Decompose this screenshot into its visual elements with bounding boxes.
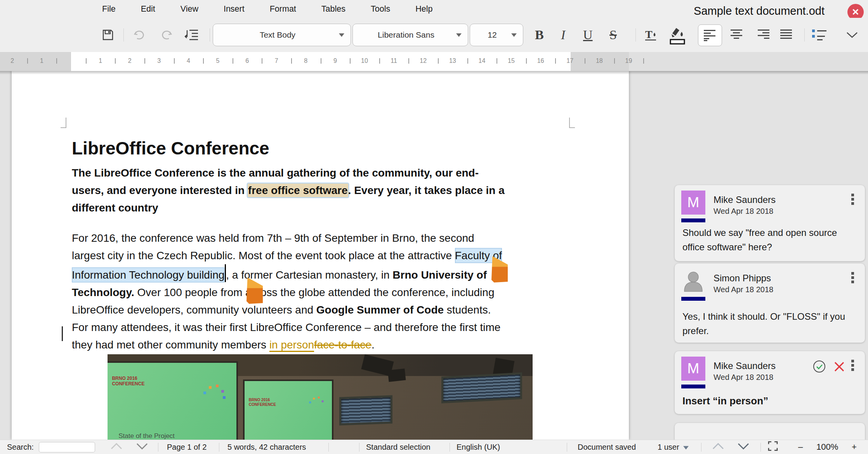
menu-insert[interactable]: Insert — [224, 4, 245, 14]
highlight-color-button[interactable] — [668, 25, 686, 45]
menu-tables[interactable]: Tables — [321, 4, 345, 14]
comment-menu-button[interactable] — [851, 272, 854, 285]
slide-title: State of the Project — [118, 432, 175, 440]
chevron-down-icon — [736, 442, 750, 451]
menu-view[interactable]: View — [181, 4, 198, 14]
intro-paragraph[interactable]: The LibreOffice Conference is the annual… — [72, 164, 576, 217]
comment-menu-button[interactable] — [851, 194, 854, 206]
menu-file[interactable]: File — [102, 4, 116, 14]
formatting-marks-button[interactable] — [184, 28, 199, 42]
redo-button[interactable] — [160, 29, 173, 41]
zoom-in-button[interactable]: + — [852, 442, 857, 452]
slide-confetti-graphic — [309, 397, 325, 407]
save-button[interactable] — [102, 29, 114, 41]
avatar: M — [681, 191, 705, 215]
comment-date: Wed Apr 18 2018 — [713, 285, 773, 294]
body-paragraph[interactable]: For 2016, the conference was held from 7… — [72, 229, 576, 353]
bold-button[interactable]: B — [535, 28, 544, 42]
language-status[interactable]: English (UK) — [457, 443, 500, 452]
comment-card[interactable]: Simon Phipps Wed Apr 18 2018 Yes, I thin… — [675, 263, 865, 343]
zoom-out-button[interactable]: – — [798, 442, 803, 452]
comment-date: Wed Apr 18 2018 — [713, 373, 773, 382]
author-color-bar — [681, 385, 705, 388]
bullet-list-button[interactable] — [811, 27, 828, 43]
person-icon — [681, 269, 705, 293]
search-input[interactable] — [39, 442, 95, 452]
chevron-down-icon — [135, 442, 149, 451]
selection-mode[interactable]: Standard selection — [366, 443, 431, 452]
tracked-change-card[interactable]: M Mike Saunders Wed Apr 18 2018 Insert “… — [675, 351, 865, 414]
previous-page-button[interactable] — [711, 442, 725, 452]
align-center-button[interactable] — [730, 28, 744, 42]
page-top-shadow — [0, 71, 868, 75]
align-left-icon — [703, 29, 717, 42]
menu-tools[interactable]: Tools — [371, 4, 390, 14]
chevron-down-icon — [845, 31, 859, 39]
bullet-list-icon — [811, 27, 828, 43]
author-color-bar — [681, 297, 705, 301]
chevron-up-icon — [711, 442, 725, 451]
menu-format[interactable]: Format — [270, 4, 296, 14]
menu-edit[interactable]: Edit — [141, 4, 155, 14]
avatar — [681, 269, 705, 293]
chevron-down-icon — [456, 33, 462, 37]
italic-button[interactable]: I — [561, 28, 565, 42]
font-color-button[interactable]: T — [643, 27, 658, 43]
font-name-select[interactable]: Liberation Sans — [352, 24, 468, 46]
zoom-fit-button[interactable] — [767, 441, 778, 454]
redo-icon — [160, 29, 173, 41]
user-count[interactable]: 1 user — [658, 443, 689, 452]
save-icon — [102, 29, 114, 41]
toolbar-separator — [635, 28, 636, 42]
comment-date: Wed Apr 18 2018 — [713, 207, 773, 216]
next-page-button[interactable] — [736, 442, 750, 452]
search-previous-button[interactable] — [109, 442, 123, 452]
conference-photo[interactable]: BRNO 2016 CONFERENCE State of the Projec… — [108, 354, 533, 440]
strikethrough-button[interactable]: S — [609, 28, 617, 42]
word-count[interactable]: 5 words, 42 characters — [227, 443, 306, 452]
comment-text: Should we say "free and open source offi… — [682, 225, 858, 254]
paragraph-style-value: Text Body — [219, 30, 336, 40]
document-canvas[interactable]: LibreOffice Conference The LibreOffice C… — [0, 71, 868, 440]
menu-help[interactable]: Help — [415, 4, 432, 14]
document-heading[interactable]: LibreOffice Conference — [72, 138, 575, 159]
align-left-button[interactable] — [698, 24, 722, 46]
formatting-marks-icon — [184, 28, 199, 42]
slide-conference-badge: BRNO 2016 CONFERENCE — [249, 398, 276, 407]
status-bar: Search: Page 1 of 2 5 words, 42 characte… — [0, 440, 868, 454]
horizontal-ruler[interactable]: 2112345678910111213141516171819 — [0, 52, 868, 71]
text-boundary-corner-right — [569, 118, 575, 128]
align-right-button[interactable] — [757, 28, 771, 42]
search-label: Search: — [7, 443, 34, 452]
comment-card[interactable]: M Mike Saunders Wed Apr 18 2018 Should w… — [675, 185, 865, 261]
document-title: Sample text document.odt — [694, 5, 825, 17]
align-center-icon — [730, 28, 744, 42]
font-color-icon: T — [643, 27, 658, 43]
accept-change-button[interactable] — [813, 360, 825, 373]
reject-change-button[interactable] — [833, 361, 845, 373]
comment-menu-button[interactable] — [851, 360, 854, 373]
author-color-bar — [681, 218, 705, 222]
text-boundary-corner-left — [61, 118, 66, 128]
chevron-down-icon — [339, 33, 344, 37]
save-status: Document saved — [578, 443, 636, 452]
comment-author: Mike Saunders — [713, 360, 776, 371]
font-size-select[interactable]: 12 — [470, 24, 523, 46]
comment-author: Mike Saunders — [713, 194, 776, 205]
paragraph-style-select[interactable]: Text Body — [213, 24, 351, 46]
avatar: M — [681, 357, 705, 381]
undo-button[interactable] — [133, 29, 146, 41]
justify-button[interactable] — [779, 28, 793, 42]
slide-confetti-graphic — [203, 385, 226, 400]
toolbar: Text Body Liberation Sans 12 B I U S T — [0, 18, 868, 52]
search-next-button[interactable] — [135, 442, 149, 452]
zoom-level[interactable]: 100% — [816, 442, 838, 452]
photo-window — [339, 395, 392, 425]
photo-projector — [387, 368, 406, 382]
toolbar-separator — [123, 28, 124, 42]
page-count[interactable]: Page 1 of 2 — [167, 443, 207, 452]
tracked-change-bar — [62, 326, 63, 341]
underline-button[interactable]: U — [583, 28, 593, 42]
toolbar-expand-button[interactable] — [845, 31, 859, 39]
comment-card-partial[interactable] — [675, 423, 865, 440]
